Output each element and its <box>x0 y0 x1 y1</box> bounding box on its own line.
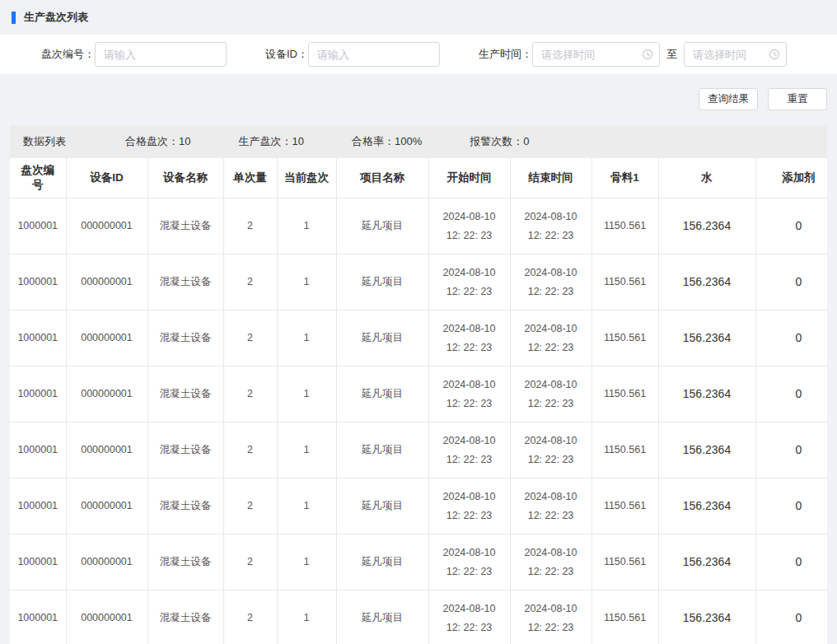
table-cell: 混凝土设备 <box>147 534 223 590</box>
actions-row: 查询结果 重置 <box>0 74 837 125</box>
table-cell: 延凡项目 <box>336 366 428 422</box>
table-cell: 1 <box>277 478 336 534</box>
table-cell: 2 <box>223 534 277 590</box>
stat-value: 10 <box>292 135 303 147</box>
column-header: 单次量 <box>223 158 277 198</box>
table-cell: 混凝土设备 <box>147 254 223 310</box>
device-id-label: 设备ID： <box>265 47 308 62</box>
table-cell: 2 <box>223 478 277 534</box>
production-time-label: 生产时间： <box>479 47 532 62</box>
table-cell: 2024-08-10 12: 22: 23 <box>510 254 592 310</box>
column-header: 设备ID <box>66 158 147 198</box>
content-card: 数据列表 合格盘次：10 生产盘次：10 合格率：100% 报警次数：0 盘次编… <box>10 125 827 644</box>
table-cell: 混凝土设备 <box>147 590 223 644</box>
column-header: 骨料1 <box>592 158 658 198</box>
stat-production-batches: 生产盘次：10 <box>238 134 303 149</box>
batch-no-label: 盘次编号： <box>41 47 95 62</box>
batch-no-input[interactable] <box>95 42 227 67</box>
stat-value: 0 <box>523 135 529 147</box>
table-cell: 1150.561 <box>592 254 658 310</box>
table-cell: 156.2364 <box>658 366 755 422</box>
column-header: 添加剂 <box>755 158 827 198</box>
table-row: 1000001000000001混凝土设备21延凡项目2024-08-10 12… <box>10 590 827 644</box>
table-cell: 0 <box>755 366 827 422</box>
stat-pass-rate: 合格率：100% <box>352 134 422 149</box>
table-cell: 2 <box>223 310 277 366</box>
table-cell: 延凡项目 <box>336 478 428 534</box>
start-time-picker[interactable] <box>532 42 660 67</box>
table-cell: 1 <box>277 198 336 254</box>
table-row: 1000001000000001混凝土设备21延凡项目2024-08-10 12… <box>10 366 827 422</box>
table-cell: 2024-08-10 12: 22: 23 <box>428 590 510 644</box>
table-cell: 2024-08-10 12: 22: 23 <box>428 422 510 478</box>
table-cell: 2024-08-10 12: 22: 23 <box>510 590 592 644</box>
table-cell: 2024-08-10 12: 22: 23 <box>428 534 510 590</box>
filter-production-time: 生产时间： 至 <box>479 42 787 67</box>
table-cell: 1150.561 <box>592 198 658 254</box>
table-cell: 2 <box>223 198 277 254</box>
table-cell: 000000001 <box>66 478 147 534</box>
table-header-row: 盘次编号设备ID设备名称单次量当前盘次项目名称开始时间结束时间骨料1水添加剂 <box>10 158 827 198</box>
table-cell: 1000001 <box>10 590 66 644</box>
table-cell: 0 <box>755 478 827 534</box>
table-cell: 000000001 <box>66 534 147 590</box>
table-cell: 1000001 <box>10 366 66 422</box>
table-cell: 2024-08-10 12: 22: 23 <box>510 422 592 478</box>
table-cell: 延凡项目 <box>336 310 428 366</box>
end-time-picker[interactable] <box>684 42 787 67</box>
table-cell: 延凡项目 <box>336 254 428 310</box>
end-time-input[interactable] <box>684 42 787 67</box>
table-cell: 1000001 <box>10 254 66 310</box>
table-cell: 2024-08-10 12: 22: 23 <box>510 198 592 254</box>
title-accent-bar <box>12 12 16 24</box>
device-id-input[interactable] <box>308 42 440 67</box>
table-cell: 0 <box>755 254 827 310</box>
table-cell: 2 <box>223 254 277 310</box>
table-cell: 2024-08-10 12: 22: 23 <box>428 478 510 534</box>
query-button[interactable]: 查询结果 <box>699 88 758 110</box>
table-cell: 156.2364 <box>658 590 755 644</box>
table-cell: 2024-08-10 12: 22: 23 <box>510 310 592 366</box>
table-cell: 000000001 <box>66 422 147 478</box>
table-cell: 156.2364 <box>658 422 755 478</box>
table-cell: 2024-08-10 12: 22: 23 <box>428 254 510 310</box>
column-header: 项目名称 <box>336 158 428 198</box>
table-cell: 156.2364 <box>658 254 755 310</box>
table-row: 1000001000000001混凝土设备21延凡项目2024-08-10 12… <box>10 254 827 310</box>
table-cell: 延凡项目 <box>336 590 428 644</box>
filter-panel: 盘次编号： 设备ID： 生产时间： 至 <box>0 35 837 74</box>
table-cell: 000000001 <box>66 198 147 254</box>
stat-value: 10 <box>179 135 190 147</box>
table-row: 1000001000000001混凝土设备21延凡项目2024-08-10 12… <box>10 310 827 366</box>
table-cell: 000000001 <box>66 254 147 310</box>
table-cell: 延凡项目 <box>336 422 428 478</box>
reset-button[interactable]: 重置 <box>768 88 827 110</box>
table-cell: 2024-08-10 12: 22: 23 <box>428 198 510 254</box>
time-range-separator: 至 <box>666 47 677 62</box>
page-title: 生产盘次列表 <box>24 10 88 25</box>
table-cell: 2024-08-10 12: 22: 23 <box>510 534 592 590</box>
table-cell: 0 <box>755 534 827 590</box>
table-cell: 2024-08-10 12: 22: 23 <box>510 478 592 534</box>
table-cell: 1 <box>277 310 336 366</box>
stats-title: 数据列表 <box>23 134 66 149</box>
column-header: 盘次编号 <box>10 158 66 198</box>
table-scroller[interactable]: 盘次编号设备ID设备名称单次量当前盘次项目名称开始时间结束时间骨料1水添加剂 1… <box>10 158 827 644</box>
table-cell: 156.2364 <box>658 310 755 366</box>
table-cell: 1 <box>277 254 336 310</box>
stat-qualified-batches: 合格盘次：10 <box>125 134 190 149</box>
table-cell: 2 <box>223 422 277 478</box>
table-cell: 延凡项目 <box>336 198 428 254</box>
table-row: 1000001000000001混凝土设备21延凡项目2024-08-10 12… <box>10 422 827 478</box>
stats-bar: 数据列表 合格盘次：10 生产盘次：10 合格率：100% 报警次数：0 <box>10 125 827 158</box>
start-time-input[interactable] <box>532 42 660 67</box>
table-cell: 000000001 <box>66 366 147 422</box>
filter-device-id: 设备ID： <box>265 42 440 67</box>
table-cell: 2024-08-10 12: 22: 23 <box>428 310 510 366</box>
table-row: 1000001000000001混凝土设备21延凡项目2024-08-10 12… <box>10 198 827 254</box>
table-cell: 1150.561 <box>592 310 658 366</box>
table-cell: 1 <box>277 534 336 590</box>
table-cell: 混凝土设备 <box>147 422 223 478</box>
table-cell: 1000001 <box>10 422 66 478</box>
table-cell: 2 <box>223 590 277 644</box>
